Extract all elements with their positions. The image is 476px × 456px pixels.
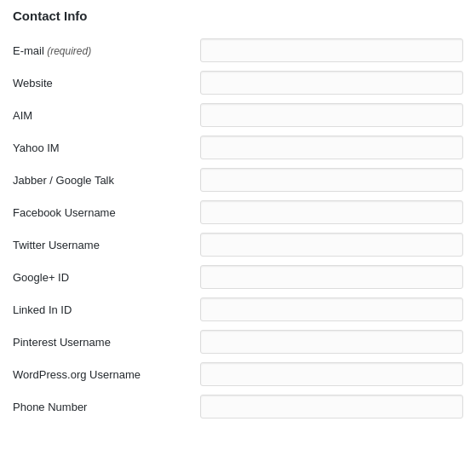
row-yahoo_im: Yahoo IM (13, 136, 463, 159)
row-jabber: Jabber / Google Talk (13, 168, 463, 192)
input-email[interactable] (200, 38, 463, 62)
label-twitter: Twitter Username (13, 239, 200, 251)
input-wordpress[interactable] (200, 362, 463, 386)
label-linkedin: Linked In ID (13, 303, 200, 316)
input-yahoo_im[interactable] (200, 136, 463, 159)
row-googleplus: Google+ ID (13, 265, 463, 289)
label-googleplus: Google+ ID (13, 271, 200, 284)
label-phone: Phone Number (13, 401, 200, 413)
input-twitter[interactable] (200, 233, 463, 257)
label-wordpress: WordPress.org Username (13, 368, 200, 381)
row-facebook: Facebook Username (13, 200, 463, 224)
row-pinterest: Pinterest Username (13, 330, 463, 354)
row-twitter: Twitter Username (13, 233, 463, 257)
label-website: Website (13, 77, 200, 89)
row-wordpress: WordPress.org Username (13, 362, 463, 386)
input-pinterest[interactable] (200, 330, 463, 354)
required-badge-email: (required) (44, 45, 91, 57)
input-linkedin[interactable] (200, 297, 463, 321)
row-website: Website (13, 71, 463, 95)
input-facebook[interactable] (200, 200, 463, 224)
input-aim[interactable] (200, 103, 463, 127)
row-email: E-mail (required) (13, 38, 463, 62)
input-googleplus[interactable] (200, 265, 463, 289)
contact-info-form: E-mail (required)WebsiteAIMYahoo IMJabbe… (13, 38, 463, 418)
input-jabber[interactable] (200, 168, 463, 192)
label-jabber: Jabber / Google Talk (13, 174, 200, 187)
label-email: E-mail (required) (13, 44, 200, 57)
label-pinterest: Pinterest Username (13, 336, 200, 349)
page-title: Contact Info (13, 9, 463, 23)
row-aim: AIM (13, 103, 463, 127)
input-website[interactable] (200, 71, 463, 95)
label-aim: AIM (13, 109, 200, 122)
input-phone[interactable] (200, 395, 463, 418)
row-phone: Phone Number (13, 395, 463, 418)
label-facebook: Facebook Username (13, 206, 200, 219)
label-yahoo_im: Yahoo IM (13, 141, 200, 154)
row-linkedin: Linked In ID (13, 297, 463, 321)
